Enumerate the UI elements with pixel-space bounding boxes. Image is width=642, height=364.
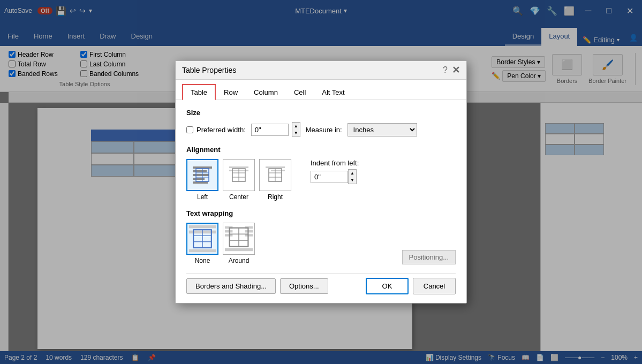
modal-title: Table Properties <box>182 66 236 74</box>
width-input-group: ▲ ▼ <box>251 122 300 137</box>
measure-in-select[interactable]: Inches Centimeters Percent <box>348 123 417 136</box>
align-right-svg <box>265 164 286 186</box>
align-center-icon-box[interactable] <box>223 159 255 191</box>
align-right-icon-box[interactable] <box>259 159 291 191</box>
tab-column[interactable]: Column <box>246 84 286 100</box>
pref-width-check[interactable]: Preferred width: <box>186 126 246 134</box>
width-input[interactable] <box>251 124 289 136</box>
wrap-around-option[interactable]: Around <box>223 223 255 264</box>
svg-rect-27 <box>189 249 216 253</box>
cancel-btn[interactable]: Cancel <box>413 278 456 294</box>
width-increment-btn[interactable]: ▲ <box>292 123 300 130</box>
wrap-options: None <box>186 223 255 264</box>
size-row: Preferred width: ▲ ▼ Measure in: Inches … <box>186 122 456 137</box>
text-wrap-row: None <box>186 223 456 264</box>
alignment-options: Left <box>186 159 291 201</box>
ok-btn[interactable]: OK <box>366 278 409 294</box>
modal-body: Size Preferred width: ▲ ▼ Measure in: In… <box>176 100 466 303</box>
svg-rect-16 <box>271 170 285 171</box>
modal-help-btn[interactable]: ? <box>443 65 448 75</box>
modal-overlay: Table Properties ? ✕ Table Row Column Ce… <box>0 0 642 364</box>
align-left-svg <box>192 164 213 186</box>
wrap-around-icon-box[interactable] <box>223 223 255 255</box>
width-spinners: ▲ ▼ <box>292 122 300 137</box>
align-center-option[interactable]: Center <box>223 159 255 201</box>
pref-width-label: Preferred width: <box>197 126 246 134</box>
indent-label: Indent from left: <box>311 159 359 167</box>
width-decrement-btn[interactable]: ▼ <box>292 130 300 136</box>
alignment-row: Left <box>186 159 456 201</box>
footer-left-buttons: Borders and Shading... Options... <box>186 278 328 294</box>
options-btn[interactable]: Options... <box>280 278 328 294</box>
align-right-option[interactable]: Right <box>259 159 291 201</box>
align-center-svg <box>228 164 250 186</box>
text-wrapping-section: Text wrapping <box>186 209 456 264</box>
svg-rect-1 <box>193 170 207 172</box>
wrap-around-svg <box>223 223 254 254</box>
modal-title-controls: ? ✕ <box>443 65 460 75</box>
modal-title-bar: Table Properties ? ✕ <box>176 61 466 80</box>
size-section-title: Size <box>186 109 456 117</box>
indent-input-row: ▲ ▼ <box>311 169 359 184</box>
wrap-none-label: None <box>195 257 210 264</box>
table-properties-modal: Table Properties ? ✕ Table Row Column Ce… <box>175 60 467 304</box>
align-left-icon-box[interactable] <box>186 159 218 191</box>
svg-rect-9 <box>229 166 248 168</box>
wrap-none-icon-box[interactable] <box>186 223 218 255</box>
alignment-section-title: Alignment <box>186 146 456 154</box>
indent-input[interactable] <box>311 171 348 183</box>
align-right-label: Right <box>268 193 283 201</box>
indent-group: Indent from left: ▲ ▼ <box>311 159 359 184</box>
svg-rect-21 <box>189 225 216 229</box>
align-left-option[interactable]: Left <box>186 159 218 201</box>
measure-in-label: Measure in: <box>306 126 342 134</box>
wrap-around-label: Around <box>229 257 250 264</box>
align-left-label: Left <box>197 193 208 201</box>
modal-close-btn[interactable]: ✕ <box>452 65 460 75</box>
pref-width-checkbox[interactable] <box>186 126 193 133</box>
svg-rect-3 <box>193 178 205 180</box>
wrap-none-svg <box>187 224 217 254</box>
svg-rect-31 <box>245 230 253 232</box>
tab-alt-text[interactable]: Alt Text <box>314 84 352 100</box>
modal-footer-buttons: Borders and Shading... Options... OK Can… <box>186 273 456 294</box>
indent-increment-btn[interactable]: ▲ <box>349 170 356 177</box>
wrap-none-option[interactable]: None <box>186 223 218 264</box>
indent-spinners: ▲ ▼ <box>348 169 357 184</box>
svg-rect-30 <box>225 230 233 232</box>
indent-decrement-btn[interactable]: ▼ <box>349 177 356 184</box>
footer-right-buttons: OK Cancel <box>366 278 456 294</box>
tab-cell[interactable]: Cell <box>286 84 314 100</box>
modal-tabs: Table Row Column Cell Alt Text <box>176 80 466 100</box>
svg-rect-15 <box>266 166 285 168</box>
tab-table[interactable]: Table <box>182 84 216 100</box>
svg-rect-38 <box>225 248 253 251</box>
svg-rect-2 <box>193 174 209 176</box>
text-wrapping-title: Text wrapping <box>186 209 456 217</box>
borders-shading-btn[interactable]: Borders and Shading... <box>186 278 276 294</box>
tab-row[interactable]: Row <box>216 84 246 100</box>
align-center-label: Center <box>229 193 248 201</box>
positioning-btn[interactable]: Positioning... <box>402 250 456 264</box>
